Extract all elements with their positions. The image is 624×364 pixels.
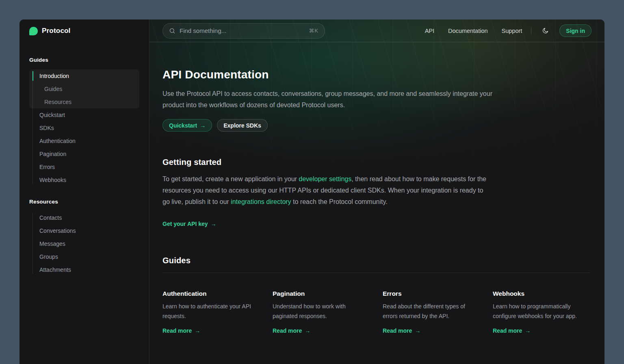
- card-title: Errors: [383, 290, 480, 297]
- nav-group-guides: Guides Introduction Guides Resources Qui…: [29, 57, 139, 186]
- guides-heading: Guides: [162, 256, 590, 265]
- sidebar-item-quickstart[interactable]: Quickstart: [29, 108, 139, 121]
- page-lead: Use the Protocol API to access contacts,…: [162, 88, 500, 111]
- magnifier-icon: [169, 28, 176, 34]
- top-bar: ⌘K API Documentation Support Sign in: [150, 20, 604, 42]
- page-content: API Documentation Use the Protocol API t…: [150, 42, 604, 357]
- quickstart-button-label: Quickstart: [169, 122, 197, 129]
- nav-group-title: Guides: [29, 57, 139, 63]
- search-field[interactable]: [180, 27, 305, 34]
- main-area: ⌘K API Documentation Support Sign in API…: [150, 20, 604, 364]
- app-window: Protocol Guides Introduction Guides Reso…: [20, 20, 604, 364]
- arrow-right-icon: →: [415, 328, 420, 334]
- search-shortcut-hint: ⌘K: [309, 28, 318, 34]
- read-more-label: Read more: [273, 327, 302, 334]
- nav-list-resources: Contacts Conversations Messages Groups A…: [29, 211, 139, 276]
- theme-toggle-button[interactable]: [540, 26, 550, 36]
- sidebar-item-contacts[interactable]: Contacts: [29, 211, 139, 224]
- nav-list-guides: Introduction Guides Resources Quickstart…: [29, 69, 139, 186]
- explore-sdks-button[interactable]: Explore SDKs: [217, 119, 268, 132]
- card-title: Authentication: [162, 290, 260, 297]
- sidebar-item-messages[interactable]: Messages: [29, 237, 139, 250]
- card-title: Webhooks: [493, 290, 590, 297]
- arrow-right-icon: →: [525, 328, 531, 334]
- paragraph-text: To get started, create a new application…: [162, 176, 299, 182]
- read-more-label: Read more: [162, 327, 192, 334]
- card-description: Learn how to authenticate your API reque…: [162, 301, 260, 321]
- sidebar-item-authentication[interactable]: Authentication: [29, 134, 139, 147]
- active-item-accent: [32, 71, 33, 81]
- integrations-directory-link[interactable]: integrations directory: [231, 198, 291, 205]
- get-api-key-link[interactable]: Get your API key →: [162, 221, 217, 227]
- sidebar-item-pagination[interactable]: Pagination: [29, 147, 139, 160]
- guides-cards: Authentication Learn how to authenticate…: [162, 290, 590, 334]
- guide-card-errors: Errors Read about the different types of…: [383, 290, 480, 334]
- getting-started-heading: Getting started: [162, 158, 590, 167]
- read-more-link-authentication[interactable]: Read more →: [162, 327, 200, 334]
- paragraph-text: to reach the Protocol community.: [291, 198, 388, 205]
- read-more-label: Read more: [383, 327, 412, 334]
- page-title: API Documentation: [162, 68, 590, 81]
- nav-link-documentation[interactable]: Documentation: [448, 28, 488, 34]
- getting-started-section: Getting started To get started, create a…: [162, 158, 590, 228]
- read-more-link-pagination[interactable]: Read more →: [273, 327, 310, 334]
- logo-text: Protocol: [42, 27, 71, 35]
- sign-in-button[interactable]: Sign in: [559, 24, 592, 37]
- arrow-right-icon: →: [305, 328, 310, 334]
- top-right-nav: API Documentation Support Sign in: [425, 24, 592, 37]
- get-api-key-label: Get your API key: [162, 221, 208, 227]
- developer-settings-link[interactable]: developer settings: [299, 176, 351, 182]
- sidebar-item-groups[interactable]: Groups: [29, 250, 139, 263]
- arrow-right-icon: →: [211, 221, 217, 227]
- card-title: Pagination: [273, 290, 370, 297]
- hero-buttons: Quickstart → Explore SDKs: [162, 119, 590, 132]
- nav-link-api[interactable]: API: [425, 28, 434, 34]
- card-description: Learn how to programmatically configure …: [493, 301, 590, 321]
- sidebar-item-introduction-resources[interactable]: Resources: [29, 95, 139, 108]
- read-more-link-errors[interactable]: Read more →: [383, 327, 420, 334]
- moon-icon: [542, 27, 549, 34]
- sidebar-item-webhooks[interactable]: Webhooks: [29, 173, 139, 186]
- nav-link-support[interactable]: Support: [502, 28, 522, 34]
- card-description: Read about the different types of errors…: [383, 301, 480, 321]
- sidebar-item-sdks[interactable]: SDKs: [29, 121, 139, 134]
- getting-started-paragraph: To get started, create a new application…: [162, 173, 487, 208]
- guide-card-authentication: Authentication Learn how to authenticate…: [162, 290, 260, 334]
- guide-card-webhooks: Webhooks Learn how to programmatically c…: [493, 290, 590, 334]
- read-more-label: Read more: [493, 327, 522, 334]
- arrow-right-icon: →: [195, 328, 200, 334]
- speech-bubble-icon: [29, 27, 38, 35]
- logo[interactable]: Protocol: [20, 20, 149, 42]
- explore-sdks-button-label: Explore SDKs: [223, 122, 261, 129]
- guides-section: Guides Authentication Learn how to authe…: [162, 256, 590, 334]
- top-nav: API Documentation Support: [425, 28, 522, 34]
- sidebar-item-errors[interactable]: Errors: [29, 160, 139, 173]
- nav-group-resources: Resources Contacts Conversations Message…: [29, 199, 139, 276]
- sidebar-nav: Guides Introduction Guides Resources Qui…: [20, 42, 149, 286]
- quickstart-button[interactable]: Quickstart →: [162, 119, 212, 132]
- sidebar-item-introduction[interactable]: Introduction: [29, 69, 139, 82]
- sidebar-item-attachments[interactable]: Attachments: [29, 263, 139, 276]
- nav-group-title: Resources: [29, 199, 139, 205]
- card-description: Understand how to work with paginated re…: [273, 301, 370, 321]
- read-more-link-webhooks[interactable]: Read more →: [493, 327, 531, 334]
- sidebar-item-introduction-guides[interactable]: Guides: [29, 82, 139, 95]
- arrow-right-icon: →: [200, 123, 206, 128]
- guide-card-pagination: Pagination Understand how to work with p…: [273, 290, 370, 334]
- nav-divider: [531, 27, 531, 35]
- search-input[interactable]: ⌘K: [162, 23, 325, 39]
- sidebar-item-conversations[interactable]: Conversations: [29, 224, 139, 237]
- section-divider: [162, 273, 590, 273]
- sidebar: Protocol Guides Introduction Guides Reso…: [20, 20, 150, 364]
